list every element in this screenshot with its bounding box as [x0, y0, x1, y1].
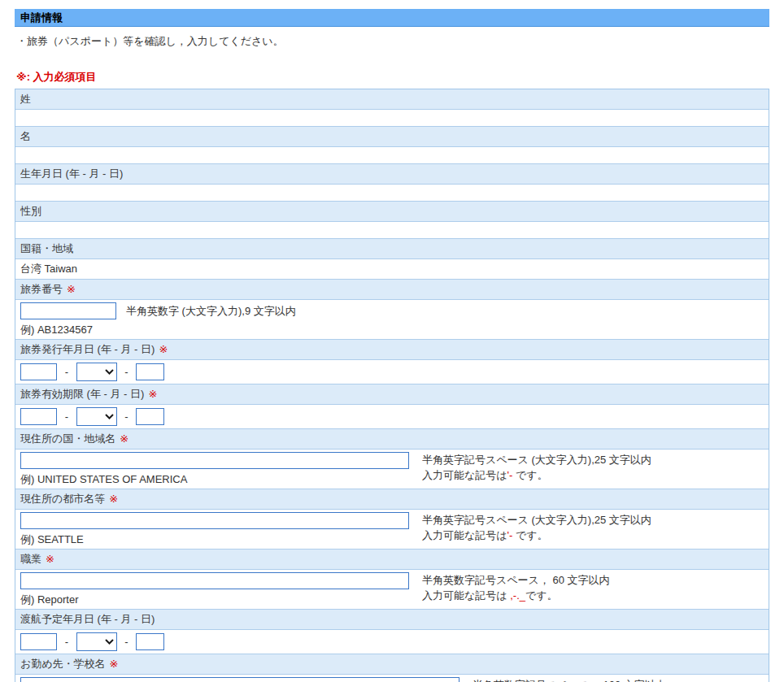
- application-form-page: 申請情報 ・旅券（パスポート）等を確認し，入力してください。 ※: 入力必須項目…: [0, 0, 784, 682]
- hint-line-1: 半角英字記号スペース (大文字入力),25 文字以内: [422, 512, 651, 528]
- field-label: 職業: [20, 553, 41, 565]
- travel-date-year-input[interactable]: [20, 633, 57, 650]
- field-label-occupation: 職業※: [15, 550, 769, 570]
- employer-input[interactable]: [20, 677, 460, 682]
- passport-issue-day-input[interactable]: [136, 363, 164, 380]
- field-value-first-name: [15, 147, 769, 164]
- required-mark: ※: [148, 388, 157, 400]
- field-value-travel-date: - -: [15, 630, 769, 654]
- date-separator: -: [65, 636, 68, 648]
- field-label-birth-date: 生年月日 (年 - 月 - 日): [15, 164, 769, 185]
- field-label-passport-number: 旅券番号※: [15, 280, 769, 300]
- field-label: 名: [20, 130, 31, 142]
- field-label-employer: お勤め先・学校名※: [15, 654, 769, 675]
- date-separator: -: [124, 636, 128, 648]
- date-separator: -: [65, 411, 68, 423]
- field-label-nationality: 国籍・地域: [15, 239, 769, 259]
- field-label-first-name: 名: [15, 127, 769, 147]
- field-label-last-name: 姓: [15, 89, 769, 110]
- instruction-text: ・旅券（パスポート）等を確認し，入力してください。: [16, 35, 769, 48]
- date-separator: -: [65, 366, 68, 378]
- required-fields-note: ※: 入力必須項目: [16, 70, 769, 85]
- field-value-residence-city: 例) SEATTLE 半角英字記号スペース (大文字入力),25 文字以内 入力…: [15, 510, 769, 550]
- passport-number-input[interactable]: [20, 302, 116, 319]
- passport-issue-year-input[interactable]: [20, 363, 57, 380]
- field-value-passport-number: 半角英数字 (大文字入力),9 文字以内 例) AB1234567: [15, 300, 769, 340]
- required-mark: ※: [110, 658, 119, 670]
- field-label: 生年月日 (年 - 月 - 日): [20, 167, 123, 180]
- field-value-birth-date: [15, 185, 769, 202]
- residence-country-example: 例) UNITED STATES OF AMERICA: [20, 473, 416, 486]
- field-label: 現住所の都市名等: [20, 493, 105, 505]
- hint-line-1: 半角英字記号スペース (大文字入力),25 文字以内: [422, 452, 651, 467]
- travel-date-day-input[interactable]: [136, 633, 164, 650]
- hint-line-2: 入力可能な記号は ,-._です。: [422, 588, 610, 603]
- field-label-residence-country: 現住所の国・地域名※: [15, 429, 769, 450]
- date-separator: -: [124, 366, 128, 378]
- passport-number-hint: 半角英数字 (大文字入力),9 文字以内: [126, 304, 296, 319]
- field-value-occupation: 例) Reporter 半角英数字記号スペース， 60 文字以内 入力可能な記号…: [15, 570, 769, 610]
- hint-line-2: 入力可能な記号は'- です。: [422, 467, 651, 483]
- passport-expiry-month-select[interactable]: [76, 407, 117, 426]
- residence-city-example: 例) SEATTLE: [20, 533, 416, 546]
- passport-issue-month-select[interactable]: [76, 363, 117, 381]
- field-label: 旅券発行年月日 (年 - 月 - 日): [20, 343, 155, 355]
- field-value-passport-expiry-date: - -: [15, 405, 769, 429]
- field-label-passport-issue-date: 旅券発行年月日 (年 - 月 - 日)※: [15, 340, 769, 360]
- field-value-passport-issue-date: - -: [15, 360, 769, 384]
- field-label-passport-expiry-date: 旅券有効期限 (年 - 月 - 日)※: [15, 384, 769, 405]
- passport-expiry-day-input[interactable]: [136, 408, 164, 425]
- date-separator: -: [124, 411, 128, 423]
- travel-date-month-select[interactable]: [76, 632, 117, 651]
- required-mark: ※: [67, 283, 76, 295]
- field-label: 旅券有効期限 (年 - 月 - 日): [20, 388, 144, 400]
- required-mark: ※: [46, 553, 54, 565]
- passport-number-example: 例) AB1234567: [20, 324, 764, 337]
- hint-line-1: 半角英数字記号スペース， 100 文字以内: [473, 677, 666, 682]
- section-title: 申請情報: [15, 9, 769, 27]
- passport-expiry-year-input[interactable]: [20, 408, 57, 425]
- application-form-table: 姓 名 生年月日 (年 - 月 - 日) 性別 国籍・地域: [15, 89, 769, 682]
- required-mark: ※: [109, 493, 118, 505]
- occupation-example: 例) Reporter: [20, 593, 416, 606]
- field-label-residence-city: 現住所の都市名等※: [15, 489, 769, 510]
- residence-country-input[interactable]: [20, 452, 409, 469]
- required-mark: ※: [120, 432, 128, 445]
- required-mark: ※: [159, 343, 168, 355]
- residence-country-hint: 半角英字記号スペース (大文字入力),25 文字以内 入力可能な記号は'- です…: [416, 452, 651, 486]
- residence-city-hint: 半角英字記号スペース (大文字入力),25 文字以内 入力可能な記号は'- です…: [416, 512, 651, 546]
- field-value-employer: 例) ABC Corporation 半角英数字記号スペース， 100 文字以内…: [15, 675, 769, 682]
- field-label: 旅券番号: [20, 283, 63, 295]
- field-label: お勤め先・学校名: [20, 658, 106, 670]
- field-label: 現住所の国・地域名: [20, 432, 115, 445]
- field-value: 台湾 Taiwan: [20, 263, 77, 275]
- field-value-last-name: [15, 110, 769, 127]
- hint-line-1: 半角英数字記号スペース， 60 文字以内: [422, 572, 610, 588]
- field-label: 渡航予定年月日 (年 - 月 - 日): [20, 613, 155, 625]
- field-label-travel-date: 渡航予定年月日 (年 - 月 - 日): [15, 610, 769, 630]
- field-value-nationality: 台湾 Taiwan: [15, 259, 769, 280]
- field-label-gender: 性別: [15, 202, 769, 222]
- residence-city-input[interactable]: [20, 512, 409, 529]
- occupation-input[interactable]: [20, 572, 409, 589]
- allowed-symbols: ,-._: [510, 589, 525, 602]
- field-value-gender: [15, 222, 769, 239]
- field-label: 国籍・地域: [20, 242, 73, 254]
- hint-line-2: 入力可能な記号は'- です。: [422, 528, 651, 543]
- field-label: 性別: [20, 205, 41, 217]
- field-value-residence-country: 例) UNITED STATES OF AMERICA 半角英字記号スペース (…: [15, 450, 769, 489]
- field-label: 姓: [20, 93, 31, 105]
- employer-hint: 半角英数字記号スペース， 100 文字以内 入力可能な記号は ,-._です。: [466, 677, 666, 682]
- occupation-hint: 半角英数字記号スペース， 60 文字以内 入力可能な記号は ,-._です。: [416, 572, 610, 606]
